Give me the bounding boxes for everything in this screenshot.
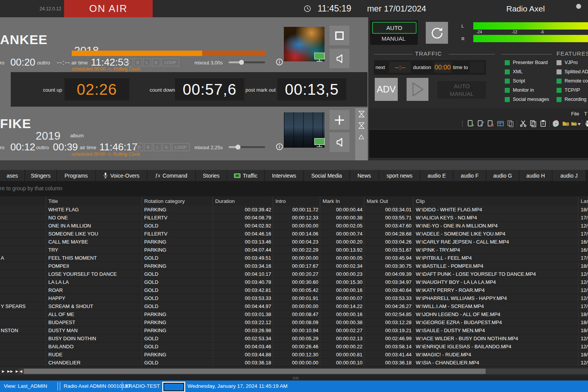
- tab-audio-e[interactable]: audio E: [420, 170, 453, 181]
- player1-flag-d[interactable]: D: [125, 58, 133, 66]
- printer-icon[interactable]: [583, 119, 588, 128]
- manual-mode-button[interactable]: MANUAL: [372, 33, 415, 43]
- column-header-duration[interactable]: Duration: [213, 196, 273, 206]
- table-row[interactable]: Y SPEARSSCREAM & SHOUTGOLD00:04:44.9700:…: [0, 302, 588, 310]
- table-row[interactable]: ONE IN A MILLIONGOLD00:04:02.9200:00:00.…: [0, 222, 588, 230]
- auto-mode-button[interactable]: AUTO: [372, 22, 417, 34]
- column-header-last[interactable]: Las: [578, 196, 588, 206]
- player2-flag-loop[interactable]: LOOP: [172, 143, 189, 151]
- table-row[interactable]: WHITE FLAGPARKING00:03:39.4200:00:11.720…: [0, 206, 588, 214]
- table-row[interactable]: ALL OF MEPARKING00:03:01.3800:00:08.4700…: [0, 310, 588, 318]
- column-header-rotation-category[interactable]: Rotation category: [142, 196, 213, 206]
- edit-item-icon[interactable]: [476, 119, 486, 128]
- tab-traffic[interactable]: Traffic: [227, 170, 265, 181]
- open-folder-icon[interactable]: [561, 119, 571, 128]
- player1-speaker-button[interactable]: [329, 49, 349, 68]
- tab-voice-overs[interactable]: Voice-Overs: [96, 170, 147, 181]
- player1-flag-e[interactable]: E: [152, 58, 160, 66]
- player1-stop-button[interactable]: [329, 26, 349, 45]
- tab-label: audio J: [560, 173, 578, 179]
- player1-mixout-knob[interactable]: [239, 60, 244, 65]
- table-row[interactable]: BAILANDOGOLD00:04:03.4600:00:26.4600:00:…: [0, 343, 588, 351]
- new-item-icon[interactable]: [466, 119, 476, 128]
- paste-icon[interactable]: [538, 119, 548, 128]
- player1-mixout-slider[interactable]: [229, 61, 265, 63]
- copy-pages-icon[interactable]: [506, 119, 516, 128]
- table-row[interactable]: NSTONDUSTY MANPARKING00:03:26.9800:00:10…: [0, 326, 588, 334]
- cut-icon[interactable]: [518, 119, 528, 128]
- file-list-area[interactable]: [369, 129, 588, 158]
- player2-add-button[interactable]: [329, 110, 349, 130]
- table-row[interactable]: SOMEONE LIKE YOUFILLERTV00:04:46.1600:00…: [0, 230, 588, 238]
- player2-info-icon[interactable]: [276, 143, 283, 152]
- player1-scheduled: scheduled 00:00 ->, Rolling Clock: [72, 66, 140, 72]
- tab-command[interactable]: ƒxCommand: [147, 170, 196, 181]
- delete-item-icon[interactable]: [486, 119, 496, 128]
- player1-flag-b[interactable]: B: [134, 58, 142, 66]
- toolbar-grip[interactable]: [461, 120, 463, 127]
- column-header-intro[interactable]: Intro: [273, 196, 320, 206]
- hourglass-icon[interactable]: [355, 120, 367, 131]
- tab-stingers[interactable]: Stingers: [25, 170, 57, 181]
- player1-info-icon[interactable]: [276, 58, 283, 67]
- disc-icon[interactable]: [551, 119, 561, 128]
- column-header-clip[interactable]: Clip: [413, 196, 578, 206]
- table-row[interactable]: CHANDELIERGOLD00:03:36.1800:00:00.0000:0…: [0, 359, 588, 367]
- tab-stories[interactable]: Stories: [196, 170, 227, 181]
- table-row[interactable]: BUSY DOIN NOTHINGOLD00:02:53.3400:00:05.…: [0, 334, 588, 343]
- column-header-artist[interactable]: [0, 196, 46, 206]
- tab-audio-j[interactable]: audio J: [552, 170, 586, 181]
- scroll-left-icon[interactable]: ◀: [20, 369, 23, 373]
- column-header-mark-out[interactable]: Mark Out: [364, 196, 413, 206]
- tab-ases[interactable]: ases: [0, 170, 25, 181]
- player2-speaker-button[interactable]: [329, 132, 349, 152]
- horizontal-scrollbar[interactable]: ◀: [18, 369, 588, 374]
- player2-flag-b[interactable]: B: [144, 143, 152, 151]
- import-folder-icon[interactable]: [571, 119, 581, 128]
- table-row[interactable]: CALL ME MAYBEPARKING00:03:13.4600:00:04.…: [0, 238, 588, 246]
- column-header-title[interactable]: Title: [46, 196, 142, 206]
- tab-social-media[interactable]: Social Media: [304, 170, 350, 181]
- hourglass-icon[interactable]: [355, 109, 367, 119]
- table-row[interactable]: TRYPARKING00:04:07.4400:00:22.2900:00:13…: [0, 246, 588, 254]
- refresh-button[interactable]: [426, 22, 448, 44]
- table-row[interactable]: NO ONEFILLERTV00:04:08.7900:00:12.3300:0…: [0, 214, 588, 222]
- player1-flag-loop[interactable]: LOOP: [161, 58, 179, 66]
- copy-icon[interactable]: [528, 119, 538, 128]
- horizontal-scrollbar-thumb[interactable]: [24, 369, 486, 374]
- table-row[interactable]: LA LA LAGOLD00:03:40.7800:00:30.6000:00:…: [0, 278, 588, 286]
- player1-flag-l[interactable]: L: [143, 58, 151, 66]
- triangle-icon[interactable]: [355, 132, 367, 142]
- tab-interviews[interactable]: Interviews: [265, 170, 304, 181]
- player2-flag-d[interactable]: D: [135, 143, 143, 151]
- tab-audio-g[interactable]: audio G: [486, 170, 519, 181]
- player2-flag-l[interactable]: L: [153, 143, 161, 151]
- table-row[interactable]: ROARGOLD00:03:42.8100:00:05.4200:00:00.1…: [0, 286, 588, 294]
- splitter-grip[interactable]: [293, 377, 299, 380]
- player2-mixout-slider[interactable]: [229, 146, 265, 148]
- tab-programs[interactable]: Programs: [57, 170, 96, 181]
- table-view-icon[interactable]: [496, 119, 506, 128]
- table-row[interactable]: LOSE YOURSELF TO DANCEGOLD00:04:10.1700:…: [0, 270, 588, 278]
- file-menu[interactable]: File: [571, 111, 579, 117]
- tools-menu[interactable]: T: [584, 111, 587, 117]
- table-row[interactable]: RUDEPARKING00:03:44.8800:00:12.3000:00:0…: [0, 351, 588, 359]
- adv-button[interactable]: ADV: [375, 78, 398, 101]
- table-row[interactable]: HAPPYGOLD00:03:53.3300:00:01.9100:00:00.…: [0, 294, 588, 302]
- step-forward-icon[interactable]: ▶: [2, 369, 5, 373]
- traffic-play-button[interactable]: [407, 78, 428, 101]
- table-row[interactable]: POMPEIIPARKING00:03:34.1600:00:17.6700:0…: [0, 262, 588, 270]
- table-row[interactable]: BUDAPESTPARKING00:03:22.1200:00:08.0900:…: [0, 318, 588, 326]
- player2-mixout-knob[interactable]: [236, 145, 240, 150]
- player1-progress-bar[interactable]: [72, 51, 265, 56]
- fast-forward-icon[interactable]: ▶▶: [7, 369, 13, 373]
- player2-flag-e[interactable]: E: [163, 143, 171, 151]
- traffic-auto-manual-button[interactable]: AUTO MANUAL: [437, 81, 487, 99]
- tab-audio-f[interactable]: audio F: [453, 170, 486, 181]
- tab-news[interactable]: News: [350, 170, 379, 181]
- tab-audio-h[interactable]: audio H: [519, 170, 552, 181]
- table-row[interactable]: AFEEL THIS MOMENTGOLD00:03:49.5100:00:00…: [0, 254, 588, 262]
- tab-label: Stingers: [31, 173, 50, 179]
- tab-sport-news[interactable]: sport news: [379, 170, 420, 181]
- column-header-mark-in[interactable]: Mark In: [320, 196, 364, 206]
